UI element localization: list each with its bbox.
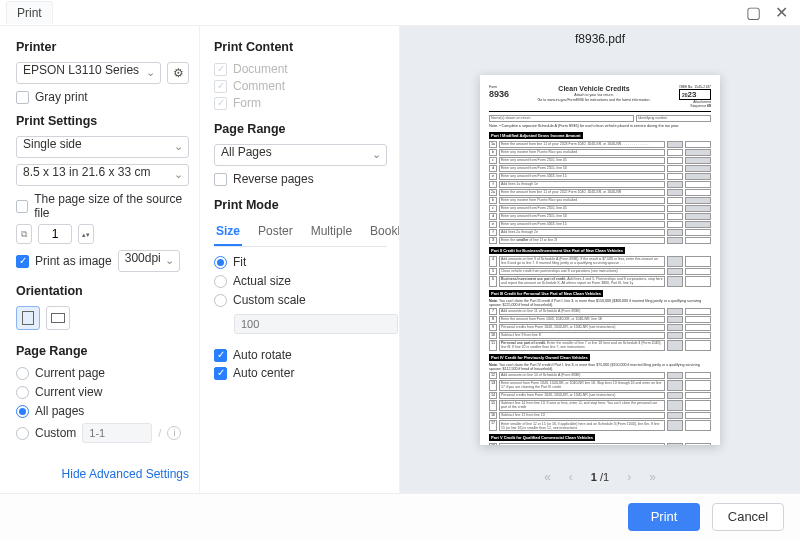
pager-prev-button[interactable]: ‹: [569, 470, 573, 484]
source-page-size-checkbox[interactable]: The page size of the source file: [16, 192, 189, 220]
copies-input[interactable]: [38, 224, 72, 244]
range-custom-input[interactable]: [82, 423, 152, 443]
scale-fit-radio[interactable]: Fit: [214, 255, 387, 269]
gray-print-checkbox[interactable]: Gray print: [16, 90, 189, 104]
form-subtitle: Attach to your tax return.: [509, 93, 679, 97]
tab-multiple[interactable]: Multiple: [309, 220, 354, 246]
radio-icon: [16, 427, 29, 440]
print-mode-tabs: Size Poster Multiple Booklet: [214, 220, 387, 247]
print-settings-section-title: Print Settings: [16, 114, 189, 128]
mid-page-range-section-title: Page Range: [214, 122, 387, 136]
pager-first-button[interactable]: «: [544, 470, 551, 484]
content-document-label: Document: [233, 62, 288, 76]
checkbox-icon: [214, 367, 227, 380]
custom-scale-input[interactable]: [234, 314, 398, 334]
range-current-view-radio[interactable]: Current view: [16, 385, 189, 399]
auto-center-checkbox[interactable]: Auto center: [214, 366, 387, 380]
gray-print-label: Gray print: [35, 90, 88, 104]
printer-section-title: Printer: [16, 40, 189, 54]
info-icon[interactable]: i: [167, 426, 181, 440]
auto-rotate-label: Auto rotate: [233, 348, 292, 362]
copies-stepper[interactable]: ▴▾: [78, 224, 94, 244]
duplex-select[interactable]: Single side: [16, 136, 189, 158]
range-current-view-label: Current view: [35, 385, 102, 399]
tab-booklet[interactable]: Booklet: [368, 220, 400, 246]
radio-icon: [16, 367, 29, 380]
radio-icon: [214, 275, 227, 288]
printer-settings-button[interactable]: ⚙: [167, 62, 189, 84]
content-form-label: Form: [233, 96, 261, 110]
left-panel: Printer EPSON L3110 Series ⚙ Gray print …: [0, 26, 200, 493]
page-range-select[interactable]: All Pages: [214, 144, 387, 166]
pager-page-indicator: 1 /1: [591, 471, 609, 483]
dpi-select[interactable]: 300dpi: [118, 250, 180, 272]
paper-size-select[interactable]: 8.5 x 13 in 21.6 x 33 cm: [16, 164, 189, 186]
portrait-icon: [22, 311, 34, 325]
content-comment-checkbox: Comment: [214, 79, 387, 93]
cancel-button[interactable]: Cancel: [712, 503, 784, 531]
checkbox-icon: [16, 255, 29, 268]
form-instructions: Go to www.irs.gov/Form8936 for instructi…: [509, 98, 679, 102]
form-year: 23: [687, 90, 696, 99]
footer: Print Cancel: [0, 493, 800, 539]
printer-selected-value: EPSON L3110 Series: [16, 62, 161, 84]
print-button[interactable]: Print: [628, 503, 700, 531]
close-button[interactable]: ✕: [770, 2, 792, 24]
scale-actual-radio[interactable]: Actual size: [214, 274, 387, 288]
range-divider: /: [158, 427, 161, 439]
form-note: Note. • Complete a separate Schedule A (…: [489, 124, 711, 128]
preview-pager: « ‹ 1 /1 › »: [400, 461, 800, 493]
orientation-section-title: Orientation: [16, 284, 189, 298]
paper-size-value: 8.5 x 13 in 21.6 x 33 cm: [16, 164, 189, 186]
window-title: Print: [6, 1, 53, 24]
reverse-pages-checkbox[interactable]: Reverse pages: [214, 172, 387, 186]
page-range-value: All Pages: [214, 144, 387, 166]
orientation-landscape-button[interactable]: [46, 306, 70, 330]
hide-advanced-link[interactable]: Hide Advanced Settings: [16, 467, 189, 481]
dpi-value: 300dpi: [118, 250, 180, 272]
form-title: Clean Vehicle Credits: [509, 85, 679, 92]
preview-filename: f8936.pdf: [400, 26, 800, 52]
range-current-page-radio[interactable]: Current page: [16, 366, 189, 380]
landscape-icon: [51, 313, 65, 323]
tab-poster[interactable]: Poster: [256, 220, 295, 246]
form-part-4: Part IV Credit for Previously Owned Clea…: [489, 354, 590, 361]
print-content-section-title: Print Content: [214, 40, 387, 54]
print-as-image-label: Print as image: [35, 254, 112, 268]
range-all-pages-radio[interactable]: All pages: [16, 404, 189, 418]
radio-icon: [214, 256, 227, 269]
checkbox-icon: [214, 80, 227, 93]
checkbox-icon: [214, 173, 227, 186]
preview-panel: f8936.pdf Form 8936 Clean Vehicle Credit…: [400, 26, 800, 493]
content-document-checkbox: Document: [214, 62, 387, 76]
checkbox-icon: [214, 97, 227, 110]
range-current-page-label: Current page: [35, 366, 105, 380]
maximize-button[interactable]: ▢: [742, 2, 764, 24]
auto-rotate-checkbox[interactable]: Auto rotate: [214, 348, 387, 362]
duplex-selected-value: Single side: [16, 136, 189, 158]
copies-icon: ⧉: [16, 224, 32, 244]
dialog-body: Printer EPSON L3110 Series ⚙ Gray print …: [0, 26, 800, 493]
print-dialog: { "title": "Print", "window_controls": {…: [0, 0, 800, 539]
print-mode-section-title: Print Mode: [214, 198, 387, 212]
pager-total: /1: [600, 471, 609, 483]
window-controls: ▢ ✕: [742, 2, 792, 24]
range-custom-radio[interactable]: Custom: [16, 426, 76, 440]
pager-next-button[interactable]: ›: [627, 470, 631, 484]
range-all-pages-label: All pages: [35, 404, 84, 418]
form-part-1: Part I Modified Adjusted Gross Income Am…: [489, 132, 583, 139]
pager-last-button[interactable]: »: [649, 470, 656, 484]
orientation-portrait-button[interactable]: [16, 306, 40, 330]
radio-icon: [16, 405, 29, 418]
scale-custom-radio[interactable]: Custom scale: [214, 293, 387, 307]
scale-custom-label: Custom scale: [233, 293, 306, 307]
source-page-size-label: The page size of the source file: [34, 192, 189, 220]
printer-select[interactable]: EPSON L3110 Series: [16, 62, 161, 84]
print-as-image-checkbox[interactable]: Print as image: [16, 254, 112, 268]
tab-size[interactable]: Size: [214, 220, 242, 246]
form-part-3: Part III Credit for Personal Use Part of…: [489, 290, 603, 297]
form-number: 8936: [489, 89, 509, 99]
preview-page: Form 8936 Clean Vehicle Credits Attach t…: [480, 75, 720, 445]
range-custom-row: Custom / i: [16, 423, 189, 443]
scale-actual-label: Actual size: [233, 274, 291, 288]
